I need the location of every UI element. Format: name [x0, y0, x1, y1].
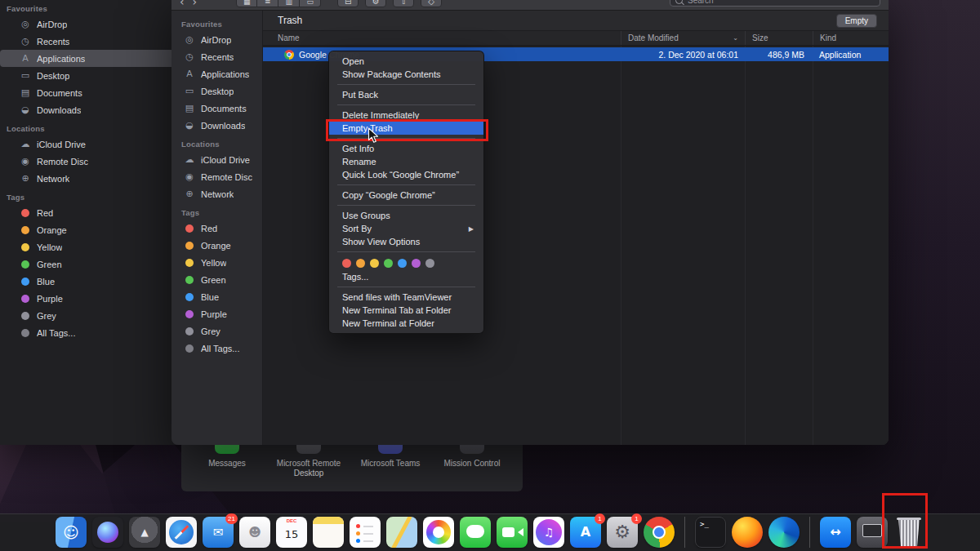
sidebar-item-applications[interactable]: AApplications	[176, 65, 258, 82]
menu-item-show-view-options[interactable]: Show View Options	[329, 235, 483, 248]
menu-item-sort-by[interactable]: Sort By▶	[329, 222, 483, 235]
tag-dot-blue[interactable]	[398, 259, 407, 268]
sidebar-item-remote-disc[interactable]: ◉Remote Disc	[0, 153, 177, 170]
sidebar-item-tag-blue[interactable]: Blue	[0, 273, 177, 290]
sidebar-item-documents[interactable]: ▤Documents	[176, 100, 258, 117]
dock-contacts[interactable]: ☻	[239, 517, 270, 548]
tag-dot-green[interactable]	[384, 259, 393, 268]
column-header-size[interactable]: Size	[745, 31, 813, 45]
sidebar-item-icloud-drive[interactable]: ☁iCloud Drive	[0, 136, 177, 153]
sidebar-item-tag-purple[interactable]: Purple	[176, 305, 258, 322]
menu-item-quick-look-google-chrome[interactable]: Quick Look “Google Chrome”	[329, 168, 483, 181]
dock-calendar[interactable]: DEC15	[276, 517, 307, 548]
menu-item-send-files-with-teamviewer[interactable]: Send files with TeamViewer	[329, 291, 483, 304]
sidebar-item-network[interactable]: ⊕Network	[176, 185, 258, 202]
tag-dot-orange[interactable]	[356, 259, 365, 268]
dock-music[interactable]: ♫	[533, 517, 564, 548]
dock-notes[interactable]	[313, 517, 344, 548]
documents-icon: ▤	[184, 104, 195, 113]
menu-item-use-groups[interactable]: Use Groups	[329, 209, 483, 222]
sidebar-item-recents[interactable]: ◷Recents	[176, 48, 258, 65]
menu-item-get-info[interactable]: Get Info	[329, 142, 483, 155]
background-finder-window[interactable]: Favourites◎AirDrop◷RecentsAApplications▭…	[0, 0, 182, 445]
sidebar-item-airdrop[interactable]: ◎AirDrop	[176, 31, 258, 48]
dock-system-preferences[interactable]: ⚙1	[607, 517, 638, 548]
column-header-name[interactable]: Name	[263, 31, 621, 45]
sidebar-item-tag-red[interactable]: Red	[176, 220, 258, 237]
dock-launchpad[interactable]: ▲	[129, 517, 160, 548]
sidebar-item-icloud-drive[interactable]: ☁iCloud Drive	[176, 151, 258, 168]
menu-item-show-package-contents[interactable]: Show Package Contents	[329, 68, 483, 81]
dock-teamviewer[interactable]: ↔	[820, 517, 851, 548]
group-button[interactable]: ⊟	[337, 0, 359, 7]
tag-dot-purple[interactable]	[412, 259, 421, 268]
menu-item-put-back[interactable]: Put Back	[329, 88, 483, 101]
sidebar-item-tag-yellow[interactable]: Yellow	[176, 254, 258, 271]
dock-photos[interactable]	[423, 517, 454, 548]
menu-item-copy-google-chrome[interactable]: Copy “Google Chrome”	[329, 189, 483, 202]
sidebar-item-desktop[interactable]: ▭Desktop	[176, 82, 258, 100]
dock-firefox[interactable]	[732, 517, 763, 548]
sidebar-item-network[interactable]: ⊕Network	[0, 170, 177, 187]
sidebar-item-tag-orange[interactable]: Orange	[176, 237, 258, 254]
menu-item-label: Show Package Contents	[342, 69, 440, 79]
blue-tag-dot	[21, 278, 29, 286]
dock-siri[interactable]	[92, 517, 123, 548]
sidebar-item-remote-disc[interactable]: ◉Remote Disc	[176, 168, 258, 185]
tag-dot-red[interactable]	[342, 259, 351, 268]
sidebar-item-tag-grey[interactable]: Grey	[176, 322, 258, 340]
action-menu-button[interactable]: ⚙	[365, 0, 386, 7]
column-header-date-modified[interactable]: Date Modified ⌄	[621, 31, 745, 45]
sidebar-item-tag-red[interactable]: Red	[0, 204, 177, 221]
menu-item-tags[interactable]: Tags...	[329, 270, 483, 283]
sidebar-item-tag-purple[interactable]: Purple	[0, 290, 177, 307]
dock-messages[interactable]	[460, 517, 491, 548]
dock-mail[interactable]: ✉21	[203, 517, 234, 548]
sidebar-item-recents[interactable]: ◷Recents	[0, 33, 177, 50]
sidebar-item-tag-orange[interactable]: Orange	[0, 221, 177, 238]
sidebar-item-all-tags[interactable]: All Tags...	[0, 324, 177, 341]
gallery-view-button[interactable]: ▭	[300, 0, 321, 7]
sidebar-item-tag-grey[interactable]: Grey	[0, 307, 177, 324]
tag-dot-grey[interactable]	[425, 259, 434, 268]
dock-maps[interactable]	[386, 517, 417, 548]
column-header-kind[interactable]: Kind	[813, 31, 889, 45]
menu-item-new-terminal-at-folder[interactable]: New Terminal at Folder	[329, 317, 483, 330]
dock-app-store[interactable]: A1	[570, 517, 601, 548]
empty-trash-button[interactable]: Empty	[836, 14, 877, 28]
back-button[interactable]: ‹	[180, 0, 185, 7]
menu-item-rename[interactable]: Rename	[329, 155, 483, 168]
dock-edge[interactable]	[768, 517, 800, 548]
tags-button[interactable]: ◇	[421, 0, 442, 7]
dock-chrome[interactable]	[644, 517, 675, 548]
sidebar-item-tag-green[interactable]: Green	[176, 271, 258, 288]
app-label: Microsoft Remote Desktop	[270, 459, 348, 478]
menu-item-new-terminal-tab-at-folder[interactable]: New Terminal Tab at Folder	[329, 304, 483, 317]
dock-finder[interactable]: ☺	[56, 517, 87, 548]
icon-view-button[interactable]: ▦	[236, 0, 257, 7]
list-view-button[interactable]: ≡	[257, 0, 278, 7]
dock-reminders[interactable]	[350, 517, 381, 548]
sidebar-item-airdrop[interactable]: ◎AirDrop	[0, 16, 177, 33]
forward-button[interactable]: ›	[193, 0, 198, 7]
applications-icon: A	[184, 69, 195, 78]
sidebar-item-downloads[interactable]: ◒Downloads	[176, 117, 258, 134]
yellow-tag-dot	[21, 243, 29, 251]
sidebar-item-tag-green[interactable]: Green	[0, 256, 177, 273]
column-view-button[interactable]: ▥	[278, 0, 300, 7]
dock-terminal[interactable]: >_	[695, 517, 726, 548]
sidebar-item-applications[interactable]: AApplications	[0, 50, 177, 67]
tag-dot-yellow[interactable]	[370, 259, 379, 268]
sidebar-item-tag-blue[interactable]: Blue	[176, 288, 258, 305]
search-field[interactable]: Search	[670, 0, 880, 7]
dock-safari[interactable]	[166, 517, 197, 548]
share-button[interactable]: ⇧	[393, 0, 414, 7]
sidebar-item-tag-yellow[interactable]: Yellow	[0, 238, 177, 256]
sidebar-item-documents[interactable]: ▤Documents	[0, 84, 177, 101]
sidebar-item-desktop[interactable]: ▭Desktop	[0, 67, 177, 84]
menu-item-open[interactable]: Open	[329, 55, 483, 68]
sidebar-item-downloads[interactable]: ◒Downloads	[0, 101, 177, 118]
dock-facetime[interactable]	[497, 517, 528, 548]
airdrop-icon: ◎	[20, 20, 31, 29]
sidebar-item-all-tags[interactable]: All Tags...	[176, 340, 258, 357]
